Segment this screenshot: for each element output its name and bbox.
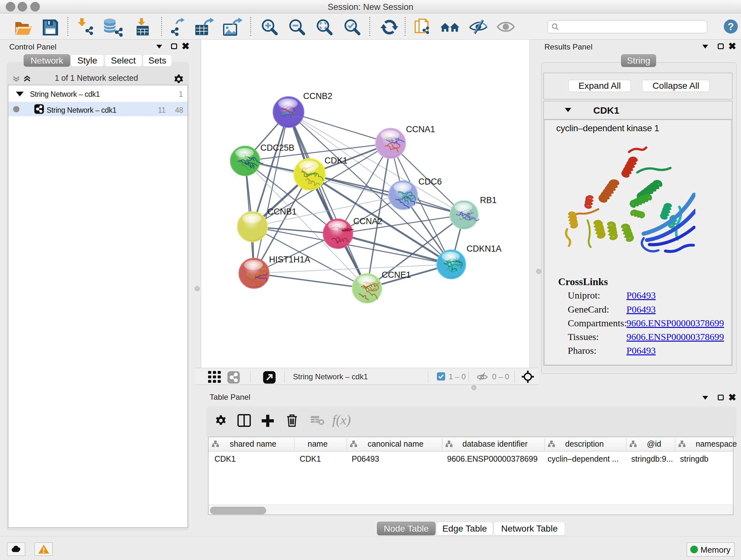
svg-text:CCNE1: CCNE1: [382, 270, 411, 280]
svg-text:CCNB1: CCNB1: [267, 207, 297, 216]
svg-text:CCNA2: CCNA2: [353, 216, 383, 226]
svg-text:HIST1H1A: HIST1H1A: [269, 255, 310, 264]
svg-text:RB1: RB1: [480, 195, 497, 205]
svg-text:?: ?: [728, 21, 734, 32]
svg-text:CDC25B: CDC25B: [260, 143, 294, 152]
svg-text:CDKN1A: CDKN1A: [467, 244, 502, 253]
svg-text:CDK1: CDK1: [325, 156, 347, 165]
svg-text:CCNA1: CCNA1: [406, 125, 435, 134]
svg-text:CDC6: CDC6: [418, 177, 442, 186]
svg-text:CCNB2: CCNB2: [303, 91, 333, 101]
